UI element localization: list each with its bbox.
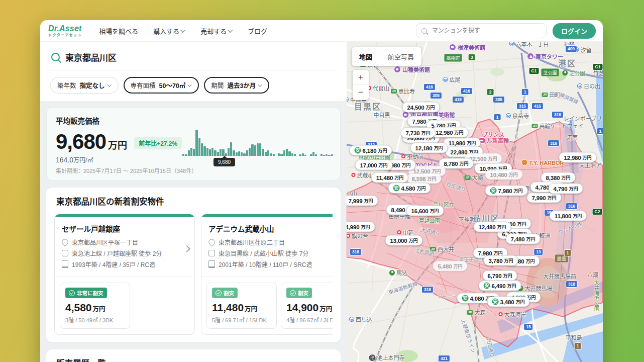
map-price-pill[interactable]: 安4,580万円 (388, 183, 431, 194)
map-price-pill[interactable]: 7,990万円 (527, 193, 562, 203)
map-price-pill[interactable]: 安7,980万円 (485, 186, 528, 196)
map-label: 芝公園 (562, 69, 585, 77)
unit-offer[interactable]: 割安 11,480万円 5階 / 69.71㎡ / 1SLDK (206, 283, 277, 329)
area-search-query: 東京都品川区 (65, 51, 117, 63)
hist-bar (286, 149, 288, 156)
hist-bar (294, 154, 296, 156)
map-label: 大井競馬場前 (543, 272, 576, 280)
map-label: 沢田通り (485, 337, 497, 358)
average-price-unit: 万円 (108, 138, 127, 151)
nav-item-sell-label: 売却する (200, 26, 227, 36)
map-price-pill[interactable]: 7,480万円 (506, 234, 541, 244)
location-icon (207, 238, 216, 246)
filter-bar: 築年数 指定なし 専有面積 50〜70㎡ 期間 過去3か月 (50, 70, 337, 101)
route-shield: 305 (493, 96, 505, 103)
map-label: M西馬込 (349, 315, 372, 323)
map-price-pill[interactable]: 7,730万円 (401, 128, 436, 138)
map-panel[interactable]: 24,500万円7,980万円5,780万円12,980万円20,000万円7,… (347, 42, 603, 362)
map-label: 中目黒 (374, 111, 390, 119)
hist-bar (217, 152, 219, 156)
jr-icon: JR (391, 89, 397, 94)
route-shield: 318 (566, 281, 578, 288)
map-price-pill[interactable]: 4,790万円 (549, 184, 583, 194)
property-card[interactable]: セザール戸越銀座 東京都品川区平塚一丁目 東急池上線 / 戸越銀座駅 徒歩 2分… (54, 214, 195, 335)
map-price-pill[interactable]: 12,980万円 (431, 127, 469, 138)
temple-icon: 卍 (369, 354, 376, 361)
map-price-pill[interactable]: 6,790万円 (483, 270, 517, 281)
route-shield: 316 (548, 140, 560, 147)
map-price-pill[interactable]: 5,480万円 (433, 261, 468, 272)
map-price-pill[interactable]: 24,500万円 (402, 102, 440, 113)
map-price-pill[interactable]: 16,600万円 (406, 206, 444, 216)
hist-bar (288, 151, 290, 156)
map-price-pill[interactable]: 11,800万円 (550, 211, 587, 221)
map-price-pill[interactable]: 8,380万円 (541, 172, 576, 183)
metro-icon: M (349, 317, 354, 322)
map-price-pill[interactable]: 8,598万円 (407, 173, 442, 184)
jr-icon: JR (542, 93, 548, 97)
filter-value: 50〜70㎡ (159, 80, 186, 90)
map-price-pill[interactable]: 7,999万円 (347, 196, 378, 206)
nav-item-buy[interactable]: 購入する (153, 26, 185, 36)
map-price-pill[interactable]: 安6,490万円 (479, 281, 521, 291)
unit-offer[interactable]: 割安 14,900万円 4階 / 86.67㎡ / 3LDK (281, 283, 333, 329)
discount-icon (290, 290, 296, 296)
zoom-in-button[interactable]: + (353, 70, 369, 85)
property-access: 東急目黒線 / 武蔵小山駅 徒歩 7分 (219, 249, 308, 257)
map-price-pill[interactable]: 13,000万円 (385, 235, 423, 246)
filter-period[interactable]: 期間 過去3か月 (204, 77, 269, 94)
nav-item-blog[interactable]: ブログ (248, 26, 267, 36)
map-price-pill[interactable]: 12,180万円 (410, 143, 448, 153)
hist-bar (259, 143, 261, 156)
map-label: T.Y. HARBOR (521, 159, 564, 166)
hist-bar (299, 154, 301, 156)
property-card[interactable]: アデニウム武蔵小山 東京都品川区荏原二丁目 東急目黒線 / 武蔵小山駅 徒歩 7… (201, 214, 333, 335)
map-price-pill[interactable]: 安3,480万円 (487, 297, 530, 307)
site-search[interactable] (416, 23, 547, 38)
dotred-icon (352, 173, 356, 177)
rail-icon (62, 250, 68, 256)
discount-icon (216, 290, 222, 296)
area-search[interactable]: 東京都品川区 (50, 48, 337, 70)
park-icon (389, 270, 395, 276)
map-label: JR大崎 (465, 173, 483, 182)
zoom-out-button[interactable]: − (353, 85, 369, 100)
map-type-toggle: 地図 航空写真 (352, 47, 421, 66)
chevron-down-icon (188, 82, 192, 86)
map-price-pill[interactable]: 12,980万円 (559, 152, 597, 163)
hist-bar (270, 153, 272, 156)
map-type-satellite-button[interactable]: 航空写真 (380, 47, 421, 66)
logo[interactable]: Dr.Asset ドクターアセット (48, 25, 82, 37)
route-shield: 1 (494, 114, 501, 121)
hist-bar (225, 153, 227, 156)
filter-floor-area[interactable]: 専有面積 50〜70㎡ (124, 77, 199, 94)
map-price-pill[interactable]: 17,000万円 (355, 160, 393, 170)
map-price-pill[interactable]: 3,780万円 (484, 255, 518, 266)
map-price-pill[interactable]: 12,480万円 (474, 222, 511, 232)
map-label: JR高輪ゲートウェイ (532, 122, 584, 130)
login-button[interactable]: ログイン (553, 23, 596, 39)
unit-detail: 5階 / 69.71㎡ / 1SLDK (212, 316, 271, 324)
map-price-pill[interactable]: 4,990万円 (347, 222, 375, 232)
unit-offer[interactable]: 非常に割安 4,580万円 3階 / 50.49㎡ / 3DK (60, 283, 130, 329)
map-price-pill[interactable]: 11,480万円 (371, 172, 408, 183)
bargain-section: 東京都品川区の新着割安物件 セザール戸越銀座 東京都品川区平塚一丁目 東急池上線… (46, 188, 341, 342)
site-search-input[interactable] (431, 27, 541, 35)
route-shield: 416 (461, 87, 473, 95)
hist-bar (182, 154, 184, 156)
map-type-map-button[interactable]: 地図 (352, 47, 380, 66)
chevron-right-icon[interactable] (330, 245, 333, 252)
hist-bar (328, 155, 330, 156)
route-shield: C2 (592, 208, 603, 215)
metro-icon: M (443, 77, 448, 82)
route-shield: C1 (529, 67, 540, 74)
nav-item-sell[interactable]: 売却する (200, 26, 233, 36)
filter-built-year[interactable]: 築年数 指定なし (50, 77, 119, 94)
map-price-pill[interactable]: 10,480万円 (485, 169, 523, 180)
map-label: りんかい線 (557, 220, 583, 236)
nav-item-market[interactable]: 相場を調べる (99, 26, 138, 36)
metro-icon: M (506, 113, 511, 118)
map-price-pill[interactable]: 安6,180万円 (350, 145, 392, 156)
chevron-right-icon[interactable] (183, 245, 190, 252)
jr-icon: JR (467, 310, 473, 315)
